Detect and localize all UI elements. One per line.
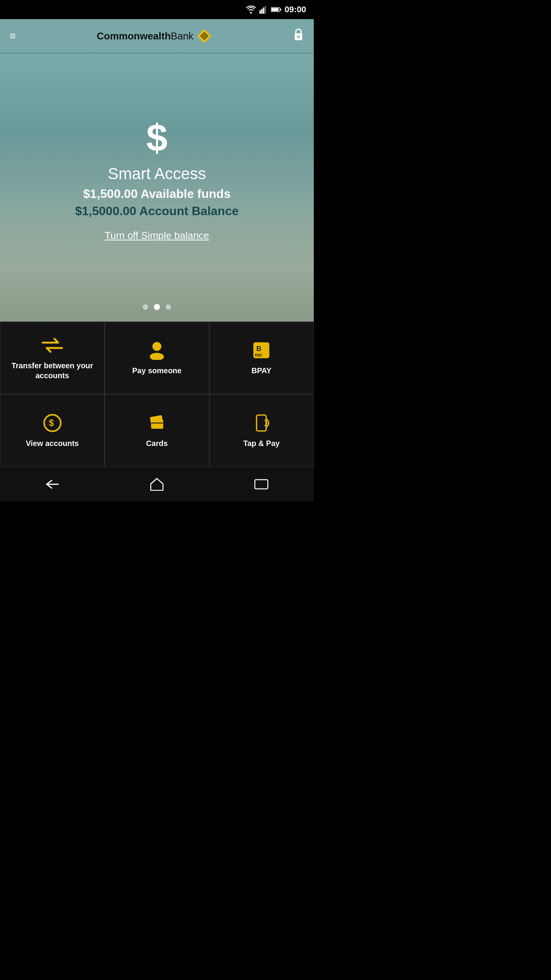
svg-rect-0 — [259, 10, 261, 14]
tap-pay-icon — [250, 413, 273, 433]
tap-pay-button[interactable]: Tap & Pay — [209, 394, 314, 467]
pagination-dot-3 — [166, 304, 171, 310]
svg-rect-21 — [257, 415, 266, 431]
transfer-icon — [41, 336, 64, 355]
app-header: ≡ CommonwealthBank — [0, 19, 314, 54]
transfer-label: Transfer between your accounts — [6, 361, 98, 381]
commonwealth-diamond-icon — [197, 28, 212, 44]
status-bar: 09:00 — [0, 0, 314, 19]
battery-icon — [271, 7, 282, 13]
logo-text: CommonwealthBank — [97, 30, 194, 42]
view-accounts-label: View accounts — [26, 438, 79, 448]
svg-rect-19 — [151, 420, 163, 428]
bottom-nav — [0, 467, 314, 501]
action-grid: Transfer between your accounts Pay someo… — [0, 322, 314, 467]
back-button[interactable] — [37, 473, 68, 496]
bpay-icon: B PAY — [250, 341, 273, 360]
svg-rect-24 — [255, 480, 268, 489]
signal-icon — [259, 5, 268, 14]
svg-rect-1 — [261, 9, 262, 14]
hamburger-menu-icon[interactable]: ≡ — [10, 30, 16, 42]
home-button[interactable] — [142, 473, 172, 496]
svg-text:PAY: PAY — [255, 353, 262, 357]
pay-someone-button[interactable]: Pay someone — [104, 322, 209, 394]
account-balance: $1,5000.00 Account Balance — [75, 204, 238, 218]
account-name: Smart Access — [108, 165, 206, 183]
bpay-button[interactable]: B PAY BPAY — [209, 322, 314, 394]
svg-text:$: $ — [49, 418, 54, 428]
tap-pay-label: Tap & Pay — [243, 438, 280, 448]
cards-icon — [145, 413, 168, 433]
svg-marker-23 — [151, 479, 163, 490]
cards-label: Cards — [146, 438, 168, 448]
recents-icon — [254, 479, 269, 490]
pagination-dots — [143, 304, 171, 310]
view-accounts-button[interactable]: $ View accounts — [0, 394, 104, 467]
svg-point-10 — [297, 36, 300, 38]
dollar-sign-icon: $ — [146, 119, 168, 157]
status-icons: 09:00 — [246, 5, 306, 15]
pay-someone-icon — [145, 341, 168, 360]
svg-rect-6 — [280, 8, 281, 11]
available-funds: $1,500.00 Available funds — [83, 187, 230, 201]
svg-point-12 — [150, 353, 164, 359]
hero-section: $ Smart Access $1,500.00 Available funds… — [0, 54, 314, 322]
svg-text:B: B — [256, 344, 261, 352]
lock-svg — [293, 28, 304, 42]
pagination-dot-2 — [154, 304, 160, 310]
view-accounts-icon: $ — [41, 413, 64, 433]
transfer-button[interactable]: Transfer between your accounts — [0, 322, 104, 394]
wifi-icon — [246, 5, 256, 14]
logo: CommonwealthBank — [97, 28, 212, 44]
lock-icon[interactable] — [293, 28, 304, 44]
pay-someone-label: Pay someone — [132, 366, 182, 376]
turn-off-simple-balance-link[interactable]: Turn off Simple balance — [104, 230, 209, 242]
svg-rect-2 — [263, 8, 264, 14]
pagination-dot-1 — [143, 304, 148, 310]
status-time: 09:00 — [285, 5, 306, 15]
cards-button[interactable]: Cards — [104, 394, 209, 467]
recents-button[interactable] — [246, 473, 277, 496]
svg-point-11 — [152, 342, 161, 351]
svg-rect-5 — [271, 8, 279, 11]
svg-rect-3 — [264, 6, 266, 14]
home-icon — [150, 478, 164, 491]
back-icon — [45, 479, 60, 490]
bpay-label: BPAY — [251, 366, 271, 376]
